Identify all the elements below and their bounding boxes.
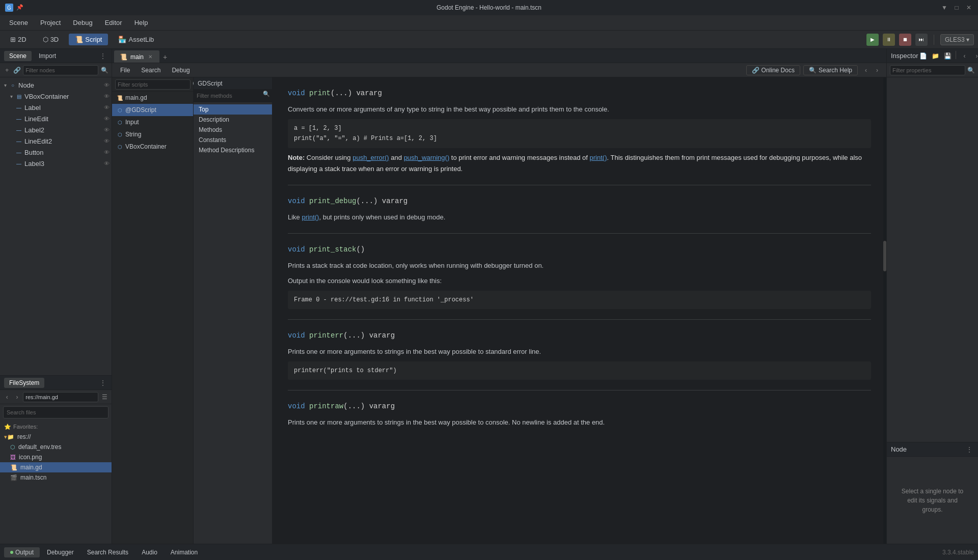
tree-item-label3[interactable]: — Label3 👁 bbox=[0, 158, 112, 169]
menu-debug[interactable]: Debug bbox=[68, 17, 97, 29]
method-descriptions[interactable]: Method Descriptions bbox=[194, 145, 272, 155]
menu-help[interactable]: Help bbox=[129, 17, 153, 29]
inspector-filter-input[interactable] bbox=[890, 65, 965, 75]
fs-more-btn[interactable]: ⋮ bbox=[98, 378, 107, 387]
fs-item-label: res:// bbox=[17, 433, 31, 440]
fs-item-default-env[interactable]: ⬡ default_env.tres bbox=[0, 442, 112, 452]
script-btn[interactable]: 📜 Script bbox=[69, 34, 108, 45]
tab-import[interactable]: Import bbox=[34, 51, 61, 61]
pause-btn[interactable]: ⏸ bbox=[883, 34, 895, 46]
help-content: void print(...) vararg Converts one or m… bbox=[273, 77, 886, 544]
fs-back-btn[interactable]: ‹ bbox=[3, 392, 11, 402]
tree-item-lineedit2[interactable]: — LineEdit2 👁 bbox=[0, 135, 112, 147]
step-forward-btn[interactable]: ⏭ bbox=[915, 34, 928, 46]
title-bar: G 📌 Godot Engine - Hello-world - main.ts… bbox=[0, 0, 978, 15]
fs-item-main-gd[interactable]: 📜 main.gd bbox=[0, 462, 112, 472]
fs-item-main-tscn[interactable]: 🎬 main.tscn bbox=[0, 472, 112, 483]
nav-forward-btn[interactable]: › bbox=[872, 65, 882, 75]
menu-editor[interactable]: Editor bbox=[100, 17, 127, 29]
inspector-save-btn[interactable]: 💾 bbox=[942, 51, 953, 61]
minimize-btn[interactable]: ▼ bbox=[940, 4, 948, 12]
tab-animation[interactable]: Animation bbox=[165, 547, 204, 557]
inspector-filter-search-btn[interactable]: 🔍 bbox=[967, 65, 975, 75]
view-2d-btn[interactable]: ⊞ 2D bbox=[4, 34, 33, 45]
tree-item-vboxcontainer[interactable]: ▾ ▤ VBoxContainer 👁 bbox=[0, 91, 112, 102]
visibility-icon[interactable]: 👁 bbox=[104, 160, 110, 166]
node-panel-more-btn[interactable]: ⋮ bbox=[965, 445, 974, 454]
filter-scripts-input[interactable] bbox=[115, 79, 191, 90]
search-help-btn[interactable]: 🔍 Search Help bbox=[803, 65, 858, 75]
tab-filesystem[interactable]: FileSystem bbox=[4, 378, 44, 388]
tab-scene[interactable]: Scene bbox=[4, 51, 32, 61]
script-item-gdscript[interactable]: ⬡ @GDScript bbox=[112, 104, 193, 116]
scene-more-btn[interactable]: ⋮ bbox=[98, 51, 107, 61]
tab-output-label: Output bbox=[15, 549, 34, 556]
visibility-icon[interactable]: 👁 bbox=[104, 82, 110, 88]
tree-item-label: Button bbox=[24, 149, 44, 156]
fs-forward-btn[interactable]: › bbox=[13, 392, 21, 402]
menu-scene[interactable]: Scene bbox=[4, 17, 33, 29]
maximize-btn[interactable]: □ bbox=[953, 4, 961, 12]
visibility-icon[interactable]: 👁 bbox=[104, 93, 110, 99]
debug-menu-btn[interactable]: Debug bbox=[168, 66, 194, 75]
tree-item-node[interactable]: ▾ ○ Node 👁 bbox=[0, 79, 112, 91]
online-docs-btn[interactable]: 🔗 Online Docs bbox=[746, 65, 800, 75]
scene-panel-header: Scene Import ⋮ bbox=[0, 49, 112, 63]
nav-back-btn[interactable]: ‹ bbox=[861, 65, 871, 75]
file-menu-btn[interactable]: File bbox=[116, 66, 134, 75]
method-description[interactable]: Description bbox=[194, 115, 272, 125]
inspector-forward-btn[interactable]: › bbox=[971, 51, 978, 61]
filter-methods-input[interactable] bbox=[194, 90, 272, 102]
method-constants[interactable]: Constants bbox=[194, 135, 272, 145]
method-top[interactable]: Top bbox=[194, 104, 272, 115]
script-item-string[interactable]: ⬡ String bbox=[112, 128, 193, 141]
script-item-main-gd[interactable]: 📜 main.gd bbox=[112, 92, 193, 104]
script-item-vboxcontainer[interactable]: ⬡ VBoxContainer bbox=[112, 141, 193, 153]
filter-methods-search-btn[interactable]: 🔍 bbox=[263, 91, 270, 97]
link-btn[interactable]: 🔗 bbox=[13, 65, 21, 75]
play-btn[interactable]: ▶ bbox=[866, 34, 879, 46]
view-3d-btn[interactable]: ⬡ 3D bbox=[37, 34, 65, 45]
method-methods[interactable]: Methods bbox=[194, 125, 272, 135]
gles-badge[interactable]: GLES3 ▾ bbox=[940, 34, 974, 45]
inspector-folder-btn[interactable]: 📁 bbox=[930, 51, 940, 61]
script-tab-main[interactable]: 📜 main ✕ bbox=[114, 50, 159, 63]
inspector-back-btn[interactable]: ‹ bbox=[959, 51, 969, 61]
button-tree-icon: — bbox=[15, 149, 22, 156]
fs-search-input[interactable] bbox=[3, 406, 108, 418]
tree-item-button[interactable]: — Button 👁 bbox=[0, 147, 112, 158]
close-btn[interactable]: ✕ bbox=[965, 4, 973, 12]
tab-search-results[interactable]: Search Results bbox=[81, 547, 134, 557]
inspector-file-btn[interactable]: 📄 bbox=[918, 51, 928, 61]
scrollbar-track[interactable] bbox=[883, 77, 886, 544]
search-nodes-btn[interactable]: 🔍 bbox=[100, 65, 108, 75]
tree-item-label[interactable]: — Label 👁 bbox=[0, 102, 112, 113]
tree-item-lineedit[interactable]: — LineEdit 👁 bbox=[0, 113, 112, 124]
filter-nodes-input[interactable] bbox=[23, 65, 98, 75]
tree-item-label2[interactable]: — Label2 👁 bbox=[0, 124, 112, 135]
printraw-description: Prints one or more arguments to strings … bbox=[288, 417, 871, 428]
visibility-icon[interactable]: 👁 bbox=[104, 104, 110, 110]
input-list-icon: ⬡ bbox=[116, 119, 123, 126]
visibility-icon[interactable]: 👁 bbox=[104, 149, 110, 155]
script-item-label: Input bbox=[125, 119, 139, 126]
fs-item-icon-png[interactable]: 🖼 icon.png bbox=[0, 452, 112, 462]
tab-audio[interactable]: Audio bbox=[135, 547, 164, 557]
tab-debugger[interactable]: Debugger bbox=[41, 547, 80, 557]
fs-path-input[interactable] bbox=[23, 392, 98, 402]
fs-item-res[interactable]: ▾📁 res:// bbox=[0, 432, 112, 442]
visibility-icon[interactable]: 👁 bbox=[104, 138, 110, 144]
search-menu-btn[interactable]: Search bbox=[137, 66, 165, 75]
add-node-btn[interactable]: + bbox=[3, 65, 11, 75]
stop-btn[interactable]: ⏹ bbox=[899, 34, 911, 46]
add-tab-btn[interactable]: + bbox=[159, 51, 171, 63]
assetlib-btn[interactable]: 🏪 AssetLib bbox=[112, 34, 160, 45]
visibility-icon[interactable]: 👁 bbox=[104, 127, 110, 133]
script-item-input[interactable]: ⬡ Input bbox=[112, 116, 193, 128]
visibility-icon[interactable]: 👁 bbox=[104, 116, 110, 122]
tab-close-btn[interactable]: ✕ bbox=[147, 53, 154, 61]
scrollbar-thumb[interactable] bbox=[883, 241, 886, 271]
fs-layout-btn[interactable]: ☰ bbox=[100, 392, 108, 402]
menu-project[interactable]: Project bbox=[35, 17, 66, 29]
tab-output[interactable]: Output bbox=[4, 547, 40, 557]
